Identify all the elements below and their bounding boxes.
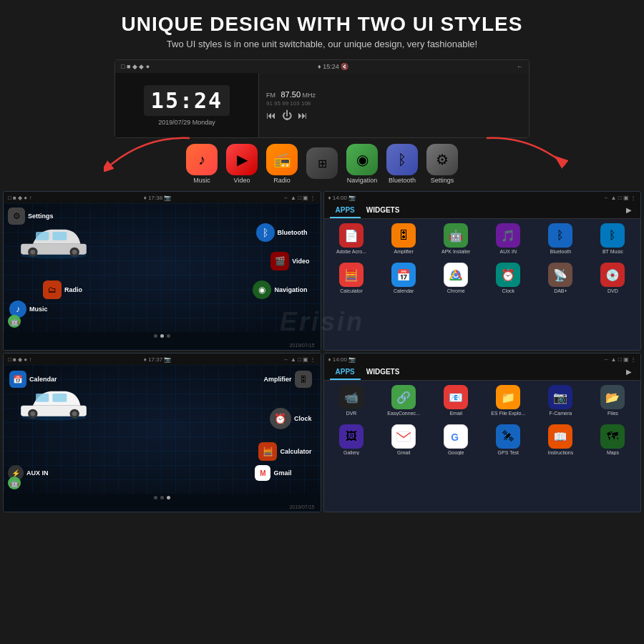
tr-status-bar: ♦ 14:00 📷 ← ▲ □ ▣ ⋮ — [324, 192, 641, 203]
screen-top-left: □ ■ ◆ ● ↑ ♦ 17:38 📷 ← ▲ □ ▣ ⋮ ⚙ — [3, 191, 321, 351]
top-demo-wrapper: □ ■ ◆ ◆ ● ♦ 15:24 🔇 ← 15:24 2019/07/29 M… — [0, 59, 644, 138]
app-cell-es-file[interactable]: 📁 ES File Explo... — [484, 385, 533, 416]
app-cell-dvr[interactable]: 📹 DVR — [327, 385, 376, 416]
app-icons-row: ♪ Music ▶ Video 📻 Radio ⊞ ◉ Navigation ᛒ… — [0, 138, 644, 188]
app-cell-gallery[interactable]: 🖼 Gallery — [327, 424, 376, 455]
calculator-menu-item: 🧮 Calculator — [258, 442, 311, 461]
app-cell-easyconnect[interactable]: 🔗 EasyConnec... — [379, 385, 429, 416]
bl-status-bar: □ ■ ◆ ● ↑ ♦ 17:37 📷 ← ▲ □ ▣ ⋮ — [4, 353, 321, 365]
calendar-menu-item: 📅 Calendar — [9, 371, 57, 388]
app-cell-dvd[interactable]: 💿 DVD — [588, 263, 638, 293]
car-image-bottom-left — [18, 386, 89, 426]
screen-bottom-left: □ ■ ◆ ● ↑ ♦ 17:37 📷 ← ▲ □ ▣ ⋮ 📅 — [3, 353, 321, 512]
app-cell-google[interactable]: G Google — [431, 424, 481, 455]
tr-arrow: ▶ — [623, 203, 635, 218]
app-cell-maps[interactable]: 🗺 Maps — [588, 424, 638, 455]
br-tabs: APPS WIDGETS ▶ — [324, 365, 641, 381]
tab-apps-tr[interactable]: APPS — [330, 203, 361, 218]
app-cell-dab[interactable]: 📡 DAB+ — [536, 263, 585, 293]
svg-point-9 — [72, 250, 77, 255]
svg-rect-4 — [36, 232, 49, 240]
app-cell-calculator-tr[interactable]: 🧮 Calculator — [327, 263, 376, 293]
app-cell-gps-test[interactable]: 🛰 GPS Test — [484, 424, 533, 455]
tl-status-bar: □ ■ ◆ ● ↑ ♦ 17:38 📷 ← ▲ □ ▣ ⋮ — [4, 192, 321, 203]
app-cell-email[interactable]: 📧 Email — [431, 385, 481, 416]
br-arrow: ▶ — [623, 365, 635, 380]
app-cell-files[interactable]: 📂 Files — [588, 385, 638, 416]
android-icon-bl: 🤖 — [8, 477, 21, 489]
app-cell-clock[interactable]: ⏰ Clock — [484, 263, 533, 293]
br-apps-row2: 🖼 Gallery Gmail G Google — [324, 420, 641, 459]
car-image-top-left — [18, 225, 89, 264]
gmail-bl-menu-item: M Gmail — [255, 465, 291, 481]
radio-controls: ⏮ ⏻ ⏭ — [266, 109, 522, 121]
bl-dark-ui: 📅 Calendar Amplifier 🎛 ⏰ Clock 🧮 Calcula… — [4, 365, 321, 494]
app-icon-bluetooth[interactable]: ᛒ Bluetooth — [386, 144, 418, 184]
screen-top-right: ♦ 14:00 📷 ← ▲ □ ▣ ⋮ APPS WIDGETS ▶ 📄 Ado… — [323, 191, 642, 351]
page-title: UNIQUE DESIGN WITH TWO UI STYLES — [14, 13, 630, 36]
app-cell-gmail[interactable]: Gmail — [379, 424, 429, 455]
svg-text:G: G — [451, 432, 459, 443]
top-demo-screen: □ ■ ◆ ◆ ● ♦ 15:24 🔇 ← 15:24 2019/07/29 M… — [114, 59, 530, 138]
video-menu-item: 🎬 Video — [270, 252, 309, 270]
tr-tabs: APPS WIDGETS ▶ — [324, 203, 641, 219]
clock-date: 2019/07/29 Monday — [158, 119, 215, 126]
settings-menu-item: ⚙ Settings — [8, 208, 54, 225]
app-icon-menu[interactable]: ⊞ — [306, 147, 338, 180]
app-cell-f-camera[interactable]: 📷 F-Camera — [536, 385, 585, 416]
app-cell-amplifier[interactable]: 🎛 Amplifier — [379, 223, 429, 254]
app-icon-navigation[interactable]: ◉ Navigation — [346, 144, 378, 184]
top-status-bar: □ ■ ◆ ◆ ● ♦ 15:24 🔇 ← — [115, 60, 529, 73]
tl-dots — [4, 332, 321, 340]
svg-rect-5 — [52, 232, 67, 240]
app-icon-music[interactable]: ♪ Music — [186, 144, 218, 184]
tl-dark-ui: ⚙ Settings ᛒ Bluetooth 🎬 Video ◉ Navigat… — [4, 203, 321, 332]
app-cell-bluetooth-tr[interactable]: ᛒ Bluetooth — [536, 223, 585, 254]
app-cell-bt-music[interactable]: ᛒ BT Music — [588, 223, 638, 254]
app-cell-calendar-tr[interactable]: 📅 Calendar — [379, 263, 429, 293]
page-header: UNIQUE DESIGN WITH TWO UI STYLES Two UI … — [0, 0, 644, 57]
svg-rect-15 — [36, 394, 49, 402]
bt-icon-bg: ᛒ — [386, 144, 418, 175]
bl-dots — [4, 494, 321, 502]
clock-display: 15:24 — [144, 85, 230, 116]
br-apps-row1: 📹 DVR 🔗 EasyConnec... 📧 Email 📁 ES File … — [324, 381, 641, 420]
radio-menu-item: 🗂 Radio — [43, 280, 82, 299]
bluetooth-menu-item: ᛒ Bluetooth — [256, 223, 308, 242]
svg-rect-21 — [396, 431, 410, 441]
android-icon-tl: 🤖 — [8, 315, 21, 328]
screens-grid: □ ■ ◆ ● ↑ ♦ 17:38 📷 ← ▲ □ ▣ ⋮ ⚙ — [0, 191, 644, 512]
clock-widget: 15:24 2019/07/29 Monday — [115, 73, 258, 137]
tab-widgets-br[interactable]: WIDGETS — [361, 365, 406, 380]
app-cell-chrome[interactable]: Chrome — [431, 263, 481, 293]
br-status-bar: ♦ 14:00 📷 ← ▲ □ ▣ ⋮ — [324, 353, 641, 365]
nav-icon-bg: ◉ — [346, 144, 378, 175]
screen-bottom-right: ♦ 14:00 📷 ← ▲ □ ▣ ⋮ APPS WIDGETS ▶ 📹 DVR… — [323, 353, 642, 512]
svg-point-7 — [31, 250, 36, 255]
settings-icon-bg: ⚙ — [426, 144, 458, 175]
radio-icon-bg: 📻 — [266, 144, 298, 175]
tr-apps-row1: 📄 Adobe Acro... 🎛 Amplifier 🤖 APK Instal… — [324, 219, 641, 258]
tab-widgets-tr[interactable]: WIDGETS — [361, 203, 406, 218]
bl-bottom-bar: 2019/07/15 — [4, 502, 321, 512]
page-subtitle: Two UI styles is in one unit switchable,… — [14, 39, 630, 49]
tr-apps-row2: 🧮 Calculator 📅 Calendar — [324, 258, 641, 298]
svg-point-18 — [31, 411, 36, 416]
app-cell-adobe[interactable]: 📄 Adobe Acro... — [327, 223, 376, 254]
svg-rect-16 — [52, 394, 67, 402]
app-icon-settings[interactable]: ⚙ Settings — [426, 144, 458, 184]
radio-widget: FM 87.50 MHz 91 95 99 103 108 ⏮ ⏻ ⏭ — [258, 73, 529, 137]
navigation-menu-item: ◉ Navigation — [253, 280, 307, 299]
app-icon-video[interactable]: ▶ Video — [226, 144, 258, 184]
app-cell-aux-in[interactable]: 🎵 AUX IN — [484, 223, 533, 254]
app-cell-apk-installer[interactable]: 🤖 APK Installer — [431, 223, 481, 254]
music-icon-bg: ♪ — [186, 144, 218, 175]
app-cell-instructions[interactable]: 📖 Instructions — [536, 424, 585, 455]
app-icon-radio[interactable]: 📻 Radio — [266, 144, 298, 184]
app-icons-section: ♪ Music ▶ Video 📻 Radio ⊞ ◉ Navigation ᛒ… — [0, 138, 644, 188]
menu-icon-bg: ⊞ — [306, 147, 338, 179]
tab-apps-br[interactable]: APPS — [330, 365, 361, 380]
svg-point-20 — [72, 411, 77, 416]
clock-menu-item: ⏰ Clock — [270, 408, 312, 429]
video-icon-bg: ▶ — [226, 144, 258, 175]
